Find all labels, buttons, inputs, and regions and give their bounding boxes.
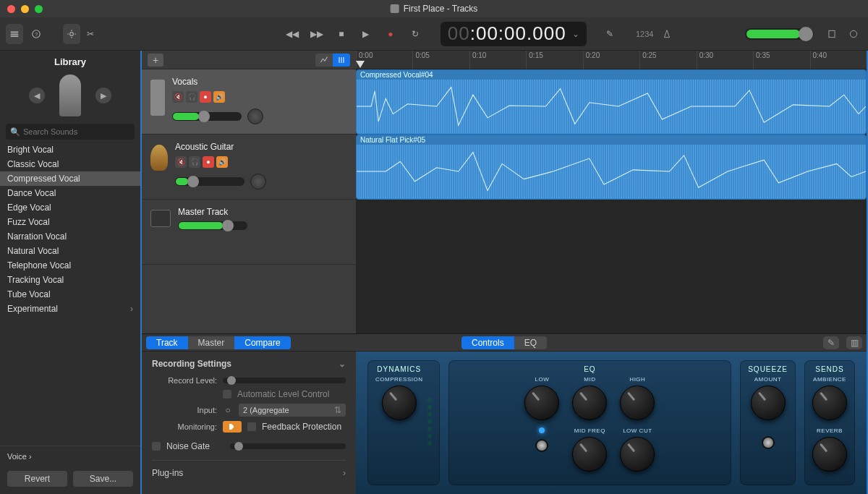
input-select[interactable]: 2 (Aggregate⇅ bbox=[239, 404, 346, 417]
record-level-label: Record Level: bbox=[152, 376, 217, 385]
search-input[interactable]: 🔍 Search Sounds bbox=[6, 124, 135, 140]
reverb-knob[interactable] bbox=[812, 437, 847, 472]
playhead[interactable] bbox=[356, 61, 365, 69]
library-back-button[interactable]: ◀ bbox=[29, 88, 45, 103]
tab-eq[interactable]: EQ bbox=[514, 336, 547, 349]
time-display[interactable]: 00:00:00.000 ⌄ bbox=[441, 22, 587, 46]
ruler-tick[interactable]: 0:10 bbox=[469, 51, 526, 69]
ruler-tick[interactable]: 0:35 bbox=[753, 51, 809, 69]
library-item[interactable]: Experimental› bbox=[0, 302, 140, 316]
stop-button[interactable]: ■ bbox=[331, 24, 352, 44]
track-header[interactable]: Master Track bbox=[142, 200, 356, 265]
save-button[interactable]: Save... bbox=[73, 471, 133, 487]
track-volume-slider[interactable] bbox=[175, 177, 244, 186]
rewind-button[interactable]: ◀◀ bbox=[281, 24, 303, 44]
play-button[interactable]: ▶ bbox=[355, 24, 377, 44]
recording-settings-header[interactable]: Recording Settings⌄ bbox=[152, 359, 346, 369]
settings-button[interactable] bbox=[63, 24, 80, 44]
track-volume-slider[interactable] bbox=[172, 112, 242, 121]
ruler-tick[interactable]: 0:05 bbox=[412, 51, 469, 69]
ruler-tick[interactable]: 0:15 bbox=[526, 51, 582, 69]
noise-gate-slider[interactable] bbox=[230, 443, 346, 449]
ruler-tick[interactable]: 0:30 bbox=[697, 51, 753, 69]
notepad-button[interactable] bbox=[822, 24, 840, 44]
time-menu-icon[interactable]: ⌄ bbox=[572, 29, 579, 39]
tuner-button[interactable]: ✎ bbox=[601, 24, 618, 44]
solo-button[interactable]: 🎧 bbox=[186, 91, 197, 103]
editor-wand-button[interactable]: ✎ bbox=[823, 336, 839, 349]
audio-region-1[interactable]: Compressed Vocal#04 bbox=[356, 69, 867, 135]
alc-checkbox[interactable] bbox=[223, 390, 231, 399]
library-item[interactable]: Compressed Vocal bbox=[0, 171, 140, 186]
tab-track[interactable]: Track bbox=[146, 336, 188, 349]
loop-browser-button[interactable] bbox=[845, 24, 862, 44]
record-button[interactable]: ● bbox=[380, 24, 401, 44]
pan-knob[interactable] bbox=[247, 108, 263, 124]
cycle-button[interactable]: ↻ bbox=[404, 24, 426, 44]
squeeze-knob[interactable] bbox=[751, 386, 786, 420]
library-item[interactable]: Natural Vocal bbox=[0, 244, 140, 258]
close-window-button[interactable] bbox=[7, 5, 15, 13]
zoom-window-button[interactable] bbox=[35, 5, 43, 13]
input-monitor-button[interactable]: 🔊 bbox=[216, 156, 228, 168]
track-header-config-button[interactable] bbox=[333, 54, 350, 67]
automation-button[interactable] bbox=[315, 54, 333, 67]
eq-low-knob[interactable] bbox=[524, 386, 559, 420]
tab-compare[interactable]: Compare bbox=[234, 336, 290, 349]
library-item[interactable]: Fuzz Vocal bbox=[0, 215, 140, 229]
tab-master[interactable]: Master bbox=[188, 336, 235, 349]
monitoring-toggle[interactable] bbox=[223, 421, 242, 433]
monitoring-label: Monitoring: bbox=[152, 422, 217, 431]
feedback-checkbox[interactable] bbox=[247, 422, 256, 431]
audio-region-2[interactable]: Natural Flat Pick#05 bbox=[356, 135, 867, 200]
library-breadcrumb[interactable]: Voice › bbox=[0, 446, 140, 467]
eq-high-knob[interactable] bbox=[620, 386, 655, 420]
add-track-button[interactable]: + bbox=[148, 54, 163, 67]
ruler-tick[interactable]: 0:25 bbox=[639, 51, 696, 69]
mute-button[interactable]: 🔇 bbox=[175, 156, 187, 168]
input-monitor-button[interactable]: 🔊 bbox=[213, 91, 225, 103]
mute-button[interactable]: 🔇 bbox=[172, 91, 184, 103]
help-button[interactable]: ? bbox=[27, 24, 45, 44]
compression-knob[interactable] bbox=[382, 386, 417, 420]
eq-mid-knob[interactable] bbox=[572, 386, 607, 420]
tempo-display[interactable]: 1234 bbox=[636, 30, 653, 38]
record-level-slider[interactable] bbox=[223, 378, 346, 383]
track-volume-slider[interactable] bbox=[178, 221, 247, 230]
record-enable-button[interactable]: ● bbox=[203, 156, 214, 168]
empty-arrange-area[interactable] bbox=[356, 200, 867, 333]
library-item[interactable]: Dance Vocal bbox=[0, 186, 140, 200]
metronome-button[interactable] bbox=[658, 24, 675, 44]
library-item[interactable]: Classic Vocal bbox=[0, 157, 140, 171]
ruler-tick[interactable]: 0:20 bbox=[583, 51, 639, 69]
record-enable-button[interactable]: ● bbox=[200, 91, 211, 103]
eq-bypass-switch[interactable] bbox=[535, 439, 548, 452]
library-item[interactable]: Telephone Vocal bbox=[0, 258, 140, 273]
ambience-knob[interactable] bbox=[812, 386, 847, 420]
library-item[interactable]: Narration Vocal bbox=[0, 229, 140, 244]
noise-gate-checkbox[interactable] bbox=[152, 442, 161, 451]
solo-button[interactable]: 🎧 bbox=[189, 156, 200, 168]
input-format-icon[interactable]: ○ bbox=[223, 405, 233, 415]
forward-button[interactable]: ▶▶ bbox=[306, 24, 328, 44]
library-forward-button[interactable]: ▶ bbox=[95, 88, 111, 103]
pan-knob[interactable] bbox=[250, 174, 266, 189]
master-volume-slider[interactable] bbox=[745, 28, 814, 40]
library-item[interactable]: Tube Vocal bbox=[0, 287, 140, 302]
library-item[interactable]: Tracking Vocal bbox=[0, 273, 140, 287]
ruler-tick[interactable]: 0:40 bbox=[810, 51, 867, 69]
track-header[interactable]: Vocals🔇🎧●🔊 bbox=[142, 69, 356, 135]
plugins-header[interactable]: Plug-ins bbox=[152, 468, 183, 478]
scissors-icon[interactable]: ✂ bbox=[85, 24, 96, 44]
eq-lowcut-knob[interactable] bbox=[620, 437, 655, 472]
tab-controls[interactable]: Controls bbox=[461, 336, 514, 349]
eq-midfreq-knob[interactable] bbox=[572, 437, 607, 472]
library-item[interactable]: Bright Vocal bbox=[0, 142, 140, 157]
revert-button[interactable]: Revert bbox=[7, 471, 67, 487]
library-item[interactable]: Edge Vocal bbox=[0, 200, 140, 215]
squeeze-switch[interactable] bbox=[762, 436, 775, 449]
minimize-window-button[interactable] bbox=[21, 5, 29, 13]
library-toggle-button[interactable] bbox=[6, 24, 23, 44]
track-header[interactable]: Acoustic Guitar🔇🎧●🔊 bbox=[142, 135, 356, 200]
editor-view-button[interactable]: ▥ bbox=[846, 336, 862, 349]
